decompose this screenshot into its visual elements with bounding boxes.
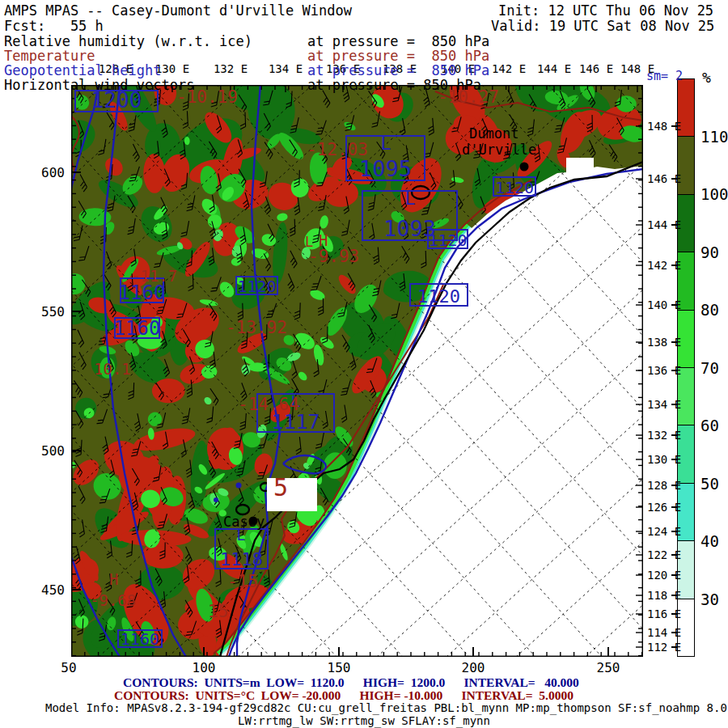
temperature-label-10: 5 <box>273 476 288 500</box>
right-longitude-tick <box>671 646 677 648</box>
colorbar-tick-80: 80 <box>700 301 719 319</box>
temperature-label-2: -12.03 <box>307 142 368 159</box>
colorbar-tick-30: 30 <box>700 590 719 608</box>
right-longitude-tick <box>671 224 677 226</box>
height-contour-label-1120: 1120 <box>409 283 468 307</box>
y-axis-tick-550: 550 <box>28 304 65 320</box>
colorbar-tick-60: 60 <box>700 417 719 434</box>
station-label-2: Casey <box>223 515 265 529</box>
right-longitude-tick <box>671 485 677 486</box>
top-longitude-144 E: 144 E <box>537 62 571 75</box>
x-axis-tick-250: 250 <box>597 660 620 675</box>
colorbar-tick-90: 90 <box>700 243 719 261</box>
right-longitude-tick <box>671 554 677 556</box>
right-longitude-tick <box>671 459 677 460</box>
height-contour-label-1160: 1160 <box>114 317 160 339</box>
colorbar-tick-100: 100 <box>700 185 728 203</box>
height-contour-label-1120: 1120 <box>235 276 278 295</box>
right-longitude-tick <box>671 370 677 371</box>
colorbar-unit: % <box>702 69 711 86</box>
y-axis-tick-450: 450 <box>28 582 65 598</box>
colorbar-tick-50: 50 <box>700 475 719 493</box>
smoothing-label: sm= 2 <box>646 69 683 83</box>
temperature-label-7: -11.7 <box>131 269 177 284</box>
right-longitude-tick <box>671 434 677 436</box>
x-axis-tick-150: 150 <box>328 660 351 675</box>
temperature-label-9: -14.64 <box>238 396 299 413</box>
colorbar-segment-1 <box>678 136 694 193</box>
low-center-marker: L <box>405 190 416 208</box>
valid-time: Valid: 19 UTC Sat 08 Nov 25 <box>491 19 714 34</box>
x-axis-tick-50: 50 <box>61 660 76 675</box>
right-longitude-tick <box>671 404 677 405</box>
field-level-3: at pressure = 850 hPa <box>307 78 481 93</box>
init-time: Init: 12 UTC Thu 06 Nov 25 <box>498 4 713 19</box>
temperature-label-14: 15 <box>208 603 228 620</box>
x-axis-tick-100: 100 <box>193 660 216 675</box>
right-longitude-tick <box>671 506 677 508</box>
right-longitude-tick <box>671 304 677 306</box>
top-longitude-142 E: 142 E <box>492 62 526 75</box>
low-center-marker: L <box>381 135 392 153</box>
temperature-label-11: H <box>109 572 118 587</box>
x-axis-tick-200: 200 <box>462 660 485 675</box>
height-contour-label-1160: 1160 <box>117 629 163 648</box>
station-label-1: d'Urville <box>462 143 536 157</box>
top-longitude-132 E: 132 E <box>214 62 248 75</box>
top-longitude-146 E: 146 E <box>579 62 613 75</box>
y-axis-tick-600: 600 <box>28 165 65 180</box>
colorbar-tick-40: 40 <box>700 532 719 550</box>
station-label-0: Dumont <box>469 127 518 141</box>
right-longitude-tick <box>671 632 677 633</box>
temperature-label-5: -9.93 <box>308 248 359 265</box>
model-info-line1: Model Info: MPASv8.2.3-194-gf29cd82c CU:… <box>45 701 727 714</box>
right-longitude-tick <box>671 265 677 266</box>
right-longitude-tick <box>671 531 677 532</box>
right-longitude-tick <box>671 613 677 615</box>
height-contour-label-1120: 1120 <box>493 176 536 197</box>
colorbar-tick-70: 70 <box>700 359 719 377</box>
temperature-label-6: -13.92 <box>226 320 287 336</box>
field-name-3: Horizontal wind vectors <box>4 78 194 93</box>
colorbar-tick-110: 110 <box>700 128 728 146</box>
right-longitude-tick <box>671 341 677 343</box>
right-longitude-tick <box>671 178 677 180</box>
low-center-marker: L <box>237 528 246 543</box>
right-longitude-tick <box>671 595 677 596</box>
page-title: AMPS MPAS -- Casey-Dumont d'Urville Wind… <box>4 4 352 19</box>
right-longitude-tick <box>671 125 677 127</box>
temperature-label-12: -9.68 <box>90 593 136 608</box>
temperature-label-13: -15 <box>227 574 258 590</box>
right-longitude-tick <box>671 574 677 576</box>
forecast-hour: Fcst: 55 h <box>4 19 104 34</box>
top-longitude-134 E: 134 E <box>269 62 303 75</box>
model-info-line2: LW:rrtmg_lw SW:rrtmg_sw SFLAY:sf_mynn <box>0 714 728 727</box>
height-contour-label-1200: 1200 <box>74 90 159 112</box>
map-label-layer: 12001095L1093L11201120112011201160116011… <box>71 85 643 657</box>
amps-mpas-plot: { "header": { "title": "AMPS MPAS -- Cas… <box>0 0 728 728</box>
height-contour-label-1120: 1120 <box>427 229 468 249</box>
y-axis-tick-500: 500 <box>28 443 65 459</box>
temperature-label-8: 10.1 <box>94 362 131 377</box>
